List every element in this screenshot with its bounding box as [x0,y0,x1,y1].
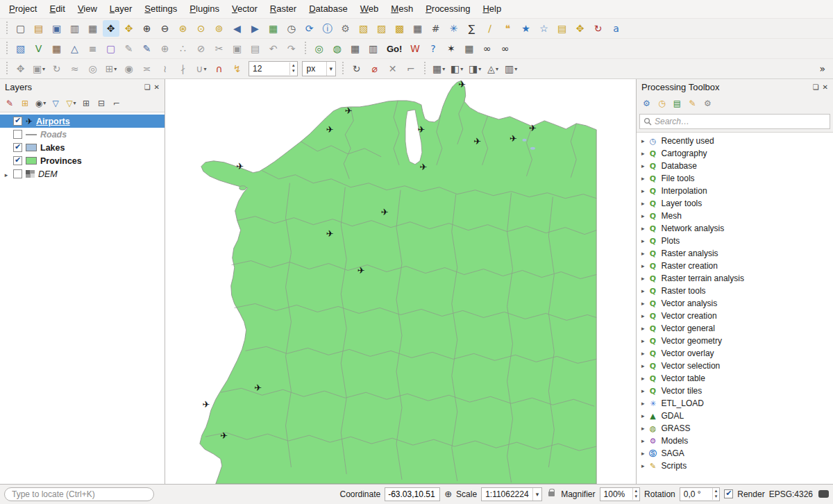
expander-icon[interactable]: ▸ [641,312,645,319]
expander-icon[interactable]: ▸ [641,437,645,444]
tree-item[interactable]: ▸ Q Raster analysis [637,247,833,260]
plugin-bug-icon[interactable]: ✶ [443,40,460,57]
layer-checkbox[interactable]: ✔ [13,156,22,165]
zoom-to-selection-icon[interactable]: ⊙ [193,20,210,37]
tree-item[interactable]: ▸ Q Layer tools [637,197,833,210]
Help[interactable]: Help [476,0,507,18]
move-feature-icon[interactable]: ✥ [12,60,29,77]
add-delimited-text-icon[interactable]: ≡ [85,40,101,57]
layer-style-copy-icon[interactable]: ▦▾ [430,60,447,77]
expander-icon[interactable]: ▸ [641,400,645,407]
layer-checkbox[interactable]: ✔ [13,143,22,152]
tree-item[interactable]: ▸ Q Vector geometry [637,335,833,347]
identify-features-icon[interactable]: ⓘ [319,20,336,37]
pan-map-icon[interactable]: ✥ [103,20,119,37]
corner-tool-icon[interactable]: ⌐ [403,60,419,77]
expander-icon[interactable]: ▸ [641,325,645,332]
spinner-arrows-icon[interactable]: ▴▾ [712,488,720,500]
cut-features-icon[interactable]: ✂ [211,40,228,57]
tree-item[interactable]: ▸ Q Vector analysis [637,297,833,310]
zoom-full-icon[interactable]: ⊛ [175,20,192,37]
osm-place-search-icon[interactable]: ◎ [311,40,328,57]
print-composer-icon[interactable]: ▥ [365,40,382,57]
zoom-last-icon[interactable]: ◀ [229,20,246,37]
attribute-grid-icon[interactable]: ▦ [461,40,478,57]
map-themes-icon[interactable]: ◧▾ [448,60,465,77]
expander-icon[interactable]: ▸ [641,300,645,307]
save-project-icon[interactable]: ▣ [49,20,65,37]
map-canvas[interactable]: ✈✈✈✈✈✈✈✈✈✈✈✈✈✈✈ [165,79,636,484]
coordinate-input[interactable] [385,487,440,501]
change-label-icon[interactable]: a [608,20,625,37]
processing-toolbox-icon[interactable]: ✳ [446,20,462,37]
units-dropdown[interactable]: px ▾ [302,61,337,76]
expander-icon[interactable]: ▸ [641,387,645,394]
expander-icon[interactable]: ▸ [641,337,645,344]
tree-item[interactable]: ▸ ◷ Recently used [637,135,833,147]
layer-visibility-icon[interactable]: ◨▾ [466,60,483,77]
toolbar-overflow-chevron[interactable]: » [814,63,831,74]
statistical-summary-icon[interactable]: ∑ [464,20,480,37]
tree-item[interactable]: ▸ Q Vector tiles [637,385,833,397]
measure-line-icon[interactable]: ∕ [482,20,498,37]
filter-legend-icon[interactable]: ▽ [49,96,63,110]
magnifier-spinbox[interactable]: 100% ▴▾ [600,487,641,501]
add-group-icon[interactable]: ⊞ [18,96,33,110]
expand-all-icon[interactable]: ⊞ [79,96,94,110]
tree-item[interactable]: ▸ Q Raster terrain analysis [637,272,833,285]
deselect-features-icon[interactable]: ▩ [392,20,408,37]
expander-icon[interactable]: ▸ [641,350,645,357]
remove-layer-icon[interactable]: ⌐ [110,96,124,110]
toggle-editing-icon[interactable]: ✎ [121,40,137,57]
layer-checkbox[interactable] [13,130,22,139]
tracing-icon[interactable]: ↯ [229,60,246,77]
go-button[interactable]: Go! [387,44,402,54]
undo-icon[interactable]: ↶ [265,40,282,57]
scale-combobox[interactable]: 1:11062224 ▾ [481,487,542,501]
add-raster-layer-icon[interactable]: ▦ [49,40,65,57]
vertex-tool-icon[interactable]: ∴ [175,40,192,57]
expander-icon[interactable]: ▸ [641,462,645,469]
add-vector-layer-icon[interactable]: V [31,40,47,57]
layer-item-provinces[interactable]: ✔ Provinces [0,154,165,167]
refresh-icon[interactable]: ⟳ [301,20,318,37]
search-input[interactable] [655,117,826,126]
expander-icon[interactable]: ▸ [641,362,645,369]
new-shapefile-icon[interactable]: ▢ [103,40,119,57]
temporal-controller-icon[interactable]: ◷ [283,20,300,37]
run-feature-action-icon[interactable]: ⚙ [337,20,354,37]
toolbox-options-icon[interactable]: ⚙ [700,96,715,110]
qgis2web-icon[interactable]: ▦ [347,40,364,57]
tree-item[interactable]: ▸ Q File tools [637,172,833,185]
offset-point-symbol-icon[interactable]: ⌀ [367,60,383,77]
toolbar-grip[interactable] [341,62,345,76]
close-icon[interactable]: ✕ [154,83,160,91]
locator-input[interactable] [4,487,154,501]
oblique-view-glasses-icon[interactable]: ∞ [497,40,514,57]
history-icon[interactable]: ◷ [655,96,669,110]
expander-icon[interactable]: ▸ [641,187,645,194]
expander-icon[interactable]: ▸ [641,162,645,169]
manage-map-themes-icon[interactable]: ◉▾ [33,96,48,110]
select-by-expression-icon[interactable]: ▨ [373,20,390,37]
expander-icon[interactable]: ▸ [641,287,645,294]
Web[interactable]: Web [354,0,385,18]
rotate-point-symbols-icon[interactable]: ↻ [348,60,365,77]
tree-item[interactable]: ▸ Q Vector table [637,372,833,385]
cancel-edits-icon[interactable]: ✕ [385,60,401,77]
undock-panel-icon[interactable]: ❏ [813,83,819,91]
layer-item-lakes[interactable]: ✔ Lakes [0,141,165,154]
tree-item[interactable]: ▸ Q Mesh [637,210,833,222]
toolbar-grip[interactable] [5,22,9,35]
expander-icon[interactable]: ▸ [641,175,645,182]
results-viewer-icon[interactable]: ▤ [670,96,684,110]
expander-icon[interactable]: ▸ [641,425,645,432]
Vector[interactable]: Vector [226,0,264,18]
tree-item[interactable]: ▸ Q Plots [637,235,833,247]
toolbar-grip[interactable] [303,42,308,56]
tree-item[interactable]: ▸ ✎ Scripts [637,460,833,472]
Project[interactable]: Project [3,0,43,18]
undock-panel-icon[interactable]: ❏ [144,83,151,91]
messages-balloon-icon[interactable] [818,490,829,498]
layer-item-roads[interactable]: Roads [0,128,165,141]
